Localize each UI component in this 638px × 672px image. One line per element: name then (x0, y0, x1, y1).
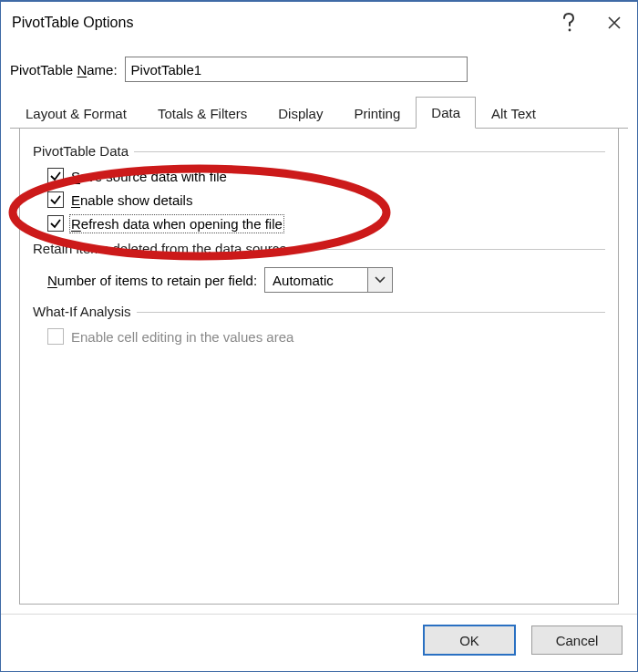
tab-printing[interactable]: Printing (338, 98, 416, 129)
pivottable-name-label: PivotTable Name: (10, 62, 118, 78)
dialog-title: PivotTable Options (12, 15, 546, 31)
help-icon (562, 13, 575, 33)
option-save-source-data-label: Save source data with file (71, 169, 227, 184)
tab-body-data: PivotTable Data Save source data with fi… (19, 129, 619, 605)
option-enable-cell-editing: Enable cell editing in the values area (33, 325, 605, 348)
tab-totals-filters[interactable]: Totals & Filters (142, 98, 262, 129)
pivottable-options-dialog: PivotTable Options PivotTable Name: Layo… (0, 0, 638, 672)
close-icon (607, 16, 622, 30)
svg-point-0 (569, 29, 571, 32)
checkbox-enable-show-details[interactable] (47, 191, 64, 208)
option-refresh-on-open-label: Refresh data when opening the file (71, 216, 283, 232)
tab-display[interactable]: Display (262, 98, 338, 129)
group-header-whatif: What-If Analysis (33, 304, 605, 319)
chevron-down-icon (375, 276, 386, 284)
checkmark-icon (49, 217, 62, 230)
cancel-button[interactable]: Cancel (531, 625, 623, 655)
dialog-button-bar: OK Cancel (1, 614, 637, 671)
option-refresh-on-open[interactable]: Refresh data when opening the file (33, 212, 605, 235)
option-enable-show-details-label: Enable show details (71, 192, 192, 208)
tab-data[interactable]: Data (416, 97, 476, 129)
retain-items-value: Automatic (264, 267, 367, 293)
pivottable-name-input[interactable] (125, 57, 468, 82)
title-bar: PivotTable Options (1, 2, 637, 44)
checkmark-icon (49, 193, 62, 206)
tabs: Layout & Format Totals & Filters Display… (1, 93, 637, 614)
help-button[interactable] (546, 3, 592, 43)
retain-items-combo[interactable]: Automatic (264, 267, 393, 293)
group-whatif: What-If Analysis Enable cell editing in … (33, 304, 605, 348)
checkmark-icon (49, 170, 62, 182)
group-header-retain-items: Retain items deleted from the data sourc… (33, 241, 605, 256)
retain-items-dropdown-button[interactable] (367, 267, 393, 293)
tab-strip: Layout & Format Totals & Filters Display… (10, 93, 628, 129)
checkbox-save-source-data[interactable] (47, 168, 64, 184)
close-button[interactable] (592, 3, 637, 43)
tab-layout-format[interactable]: Layout & Format (10, 98, 142, 129)
pivottable-name-row: PivotTable Name: (1, 44, 637, 93)
option-save-source-data[interactable]: Save source data with file (33, 164, 605, 188)
group-header-pivottable-data: PivotTable Data (33, 143, 605, 159)
tab-alt-text[interactable]: Alt Text (476, 98, 551, 129)
checkbox-refresh-on-open[interactable] (47, 215, 64, 232)
option-enable-cell-editing-label: Enable cell editing in the values area (71, 329, 293, 345)
group-pivottable-data: PivotTable Data Save source data with fi… (33, 143, 605, 235)
retain-items-label: Number of items to retain per field: (47, 273, 257, 288)
group-retain-items: Retain items deleted from the data sourc… (33, 241, 605, 298)
checkbox-enable-cell-editing (47, 328, 64, 345)
ok-button[interactable]: OK (424, 625, 515, 655)
retain-items-row: Number of items to retain per field: Aut… (33, 262, 605, 298)
option-enable-show-details[interactable]: Enable show details (33, 188, 605, 212)
